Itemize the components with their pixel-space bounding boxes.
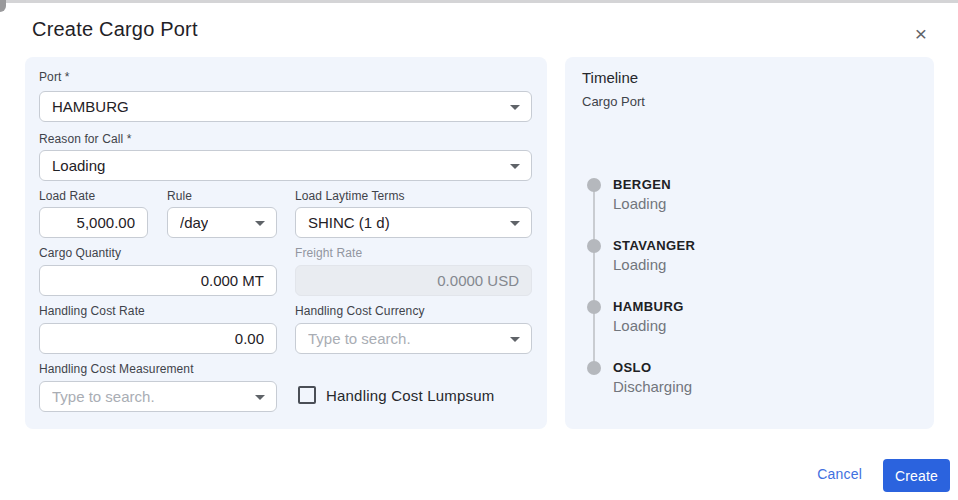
dialog-top-edge xyxy=(0,0,958,3)
timeline-dot-icon xyxy=(587,300,601,314)
timeline-port-name: BERGEN xyxy=(613,177,925,192)
port-label: Port * xyxy=(39,70,70,84)
handling-cost-currency-label: Handling Cost Currency xyxy=(295,304,425,318)
timeline-port-name: OSLO xyxy=(613,360,925,375)
checkbox-icon[interactable] xyxy=(298,386,316,404)
freight-rate-label: Freight Rate xyxy=(295,246,362,260)
chevron-down-icon xyxy=(510,221,520,226)
create-button[interactable]: Create xyxy=(883,459,950,492)
form-panel: Port * HAMBURG Reason for Call * Loading… xyxy=(25,57,547,429)
timeline-dot-icon xyxy=(587,239,601,253)
rule-label: Rule xyxy=(167,189,192,203)
timeline-dot-icon xyxy=(587,178,601,192)
chevron-down-icon xyxy=(255,221,265,226)
chevron-down-icon xyxy=(510,105,520,110)
cancel-button[interactable]: Cancel xyxy=(817,466,862,482)
create-cargo-port-dialog: Create Cargo Port × Port * HAMBURG Reaso… xyxy=(0,0,958,500)
handling-cost-measurement-label: Handling Cost Measurement xyxy=(39,362,194,376)
handling-cost-lumpsum-checkbox[interactable]: Handling Cost Lumpsum xyxy=(298,386,494,404)
timeline-port-name: HAMBURG xyxy=(613,299,925,314)
dialog-title: Create Cargo Port xyxy=(32,18,198,41)
handling-cost-rate-label: Handling Cost Rate xyxy=(39,304,145,318)
timeline-port-action: Loading xyxy=(613,195,925,212)
timeline-item: OSLO Discharging xyxy=(565,360,925,395)
timeline-item: BERGEN Loading xyxy=(565,177,925,212)
handling-cost-currency-placeholder: Type to search. xyxy=(308,330,411,347)
handling-cost-lumpsum-label: Handling Cost Lumpsum xyxy=(326,387,494,404)
dialog-corner-shadow xyxy=(0,0,6,12)
timeline-subtitle: Cargo Port xyxy=(582,94,645,109)
chevron-down-icon xyxy=(510,164,520,169)
timeline-item: HAMBURG Loading xyxy=(565,299,925,334)
load-rate-label: Load Rate xyxy=(39,189,95,203)
timeline-panel: Timeline Cargo Port BERGEN Loading STAVA… xyxy=(565,57,934,429)
chevron-down-icon xyxy=(510,337,520,342)
cargo-quantity-label: Cargo Quantity xyxy=(39,246,121,260)
load-laytime-terms-select[interactable]: SHINC (1 d) xyxy=(295,207,532,238)
cargo-quantity-input[interactable] xyxy=(39,265,277,296)
reason-for-call-select[interactable]: Loading xyxy=(39,150,532,181)
freight-rate-input xyxy=(295,265,532,296)
load-laytime-terms-label: Load Laytime Terms xyxy=(295,189,405,203)
timeline-connector-line xyxy=(593,185,595,370)
handling-cost-measurement-placeholder: Type to search. xyxy=(52,388,155,405)
timeline-dot-icon xyxy=(587,361,601,375)
close-icon[interactable]: × xyxy=(908,20,934,46)
handling-cost-rate-input[interactable] xyxy=(39,323,277,354)
port-select-value: HAMBURG xyxy=(52,98,129,115)
load-laytime-terms-value: SHINC (1 d) xyxy=(308,214,390,231)
chevron-down-icon xyxy=(255,395,265,400)
rule-select[interactable]: /day xyxy=(167,207,277,238)
load-rate-input[interactable] xyxy=(39,207,148,238)
timeline-title: Timeline xyxy=(582,69,638,86)
handling-cost-measurement-select[interactable]: Type to search. xyxy=(39,381,277,412)
port-select[interactable]: HAMBURG xyxy=(39,91,532,122)
timeline-port-action: Loading xyxy=(613,317,925,334)
rule-value: /day xyxy=(180,214,208,231)
timeline-port-name: STAVANGER xyxy=(613,238,925,253)
timeline-port-action: Loading xyxy=(613,256,925,273)
timeline-item: STAVANGER Loading xyxy=(565,238,925,273)
reason-for-call-label: Reason for Call * xyxy=(39,132,131,146)
reason-for-call-value: Loading xyxy=(52,157,105,174)
handling-cost-currency-select[interactable]: Type to search. xyxy=(295,323,532,354)
timeline-port-action: Discharging xyxy=(613,378,925,395)
